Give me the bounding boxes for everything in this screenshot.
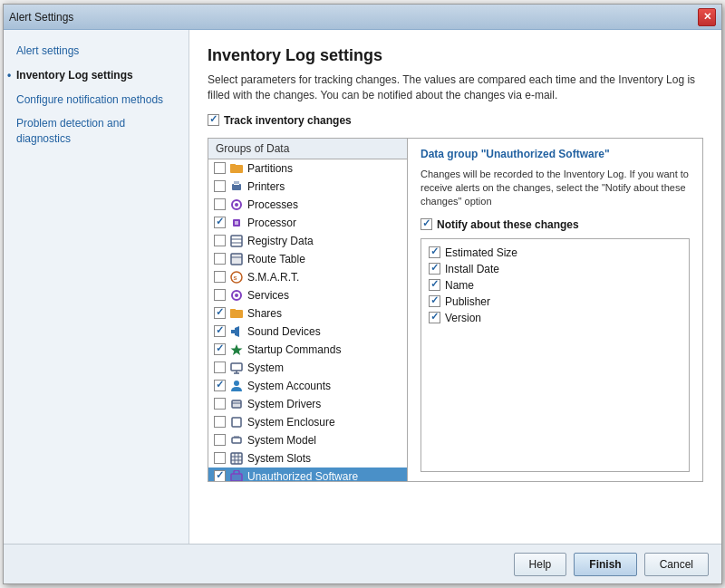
field-label: Install Date bbox=[445, 263, 499, 275]
list-item-checkbox[interactable] bbox=[214, 307, 226, 319]
list-item[interactable]: SS.M.A.R.T. bbox=[208, 268, 407, 286]
content-area: Alert settingsInventory Log settingsConf… bbox=[4, 30, 721, 544]
field-row: Version bbox=[429, 310, 682, 326]
gear-icon bbox=[229, 288, 244, 303]
list-item[interactable]: Printers bbox=[208, 178, 407, 196]
list-item[interactable]: System Model bbox=[208, 431, 407, 449]
help-button[interactable]: Help bbox=[514, 553, 567, 576]
field-checkbox[interactable] bbox=[429, 246, 440, 258]
list-item-checkbox[interactable] bbox=[214, 235, 226, 246]
groups-list[interactable]: PartitionsPrintersProcessesProcessorRegi… bbox=[208, 159, 407, 481]
svg-point-6 bbox=[235, 203, 238, 207]
list-item-checkbox[interactable] bbox=[214, 416, 226, 428]
list-item-label: Processes bbox=[247, 198, 298, 211]
track-inventory-checkbox[interactable] bbox=[208, 114, 219, 126]
list-item-label: System Model bbox=[247, 434, 316, 447]
svg-rect-1 bbox=[230, 164, 236, 166]
list-item-checkbox[interactable] bbox=[214, 380, 226, 391]
close-button[interactable]: ✕ bbox=[698, 8, 716, 26]
list-item-checkbox[interactable] bbox=[214, 434, 226, 446]
list-item-label: S.M.A.R.T. bbox=[247, 271, 299, 284]
field-checkbox[interactable] bbox=[429, 263, 440, 275]
svg-rect-12 bbox=[231, 254, 242, 265]
main-window: Alert Settings ✕ Alert settingsInventory… bbox=[3, 4, 722, 584]
list-item[interactable]: Startup Commands bbox=[208, 341, 407, 359]
list-item[interactable]: Services bbox=[208, 286, 407, 304]
svg-rect-33 bbox=[234, 436, 239, 438]
svg-point-27 bbox=[234, 381, 239, 386]
list-item-label: Services bbox=[247, 289, 289, 302]
list-item-checkbox[interactable] bbox=[214, 162, 226, 174]
list-item-checkbox[interactable] bbox=[214, 289, 226, 301]
title-bar: Alert Settings ✕ bbox=[4, 5, 721, 30]
svg-rect-0 bbox=[230, 165, 243, 173]
right-panel-description: Changes will be recorded to the Inventor… bbox=[420, 168, 690, 209]
field-row: Estimated Size bbox=[429, 245, 682, 261]
list-item-label: Route Table bbox=[247, 253, 305, 265]
list-item-checkbox[interactable] bbox=[214, 325, 226, 337]
list-item-checkbox[interactable] bbox=[214, 470, 226, 481]
list-item[interactable]: Sound Devices bbox=[208, 323, 407, 341]
notify-row: Notify about these changes bbox=[420, 218, 690, 231]
list-item-checkbox[interactable] bbox=[214, 198, 226, 210]
svg-rect-9 bbox=[231, 236, 242, 246]
table-icon bbox=[229, 252, 244, 266]
field-row: Name bbox=[429, 277, 682, 294]
left-panel-header: Groups of Data bbox=[208, 139, 407, 159]
slots-icon bbox=[229, 451, 244, 466]
list-item-label: Startup Commands bbox=[247, 343, 341, 356]
sidebar-item-alert-settings[interactable]: Alert settings bbox=[4, 39, 188, 63]
right-panel-title: Data group "Unauthorized Software" bbox=[420, 148, 690, 160]
list-item[interactable]: Processes bbox=[208, 196, 407, 214]
field-row: Publisher bbox=[429, 294, 682, 310]
list-item-checkbox[interactable] bbox=[214, 217, 226, 228]
svg-rect-24 bbox=[231, 363, 242, 371]
fields-box: Estimated SizeInstall DateNamePublisherV… bbox=[420, 238, 690, 472]
list-item[interactable]: Registry Data bbox=[208, 232, 407, 250]
list-item-checkbox[interactable] bbox=[214, 180, 226, 192]
list-item[interactable]: System Slots bbox=[208, 449, 407, 468]
sidebar-item-configure-notification[interactable]: Configure notification methods bbox=[4, 88, 188, 112]
list-item[interactable]: Shares bbox=[208, 304, 407, 323]
list-item[interactable]: System bbox=[208, 359, 407, 377]
notify-checkbox[interactable] bbox=[420, 218, 432, 230]
list-item-checkbox[interactable] bbox=[214, 343, 226, 355]
field-checkbox[interactable] bbox=[429, 295, 440, 307]
sidebar-item-problem-detection[interactable]: Problem detection and diagnostics bbox=[4, 111, 188, 151]
list-item[interactable]: Partitions bbox=[208, 159, 407, 178]
list-item-label: Registry Data bbox=[247, 235, 314, 247]
list-item-label: Printers bbox=[247, 180, 285, 193]
svg-rect-19 bbox=[230, 310, 243, 318]
svg-rect-34 bbox=[231, 453, 242, 464]
svg-rect-32 bbox=[232, 438, 241, 443]
list-item-checkbox[interactable] bbox=[214, 361, 226, 373]
list-item[interactable]: Processor bbox=[208, 214, 407, 232]
smart-icon: S bbox=[229, 270, 244, 284]
sidebar-item-inventory-log-settings[interactable]: Inventory Log settings bbox=[4, 63, 188, 88]
list-item-label: Unauthorized Software bbox=[247, 470, 358, 481]
driver-icon bbox=[229, 397, 244, 411]
list-item-checkbox[interactable] bbox=[214, 452, 226, 464]
list-item[interactable]: Unauthorized Software bbox=[208, 468, 407, 481]
left-panel: Groups of Data PartitionsPrintersProcess… bbox=[208, 139, 408, 481]
field-checkbox[interactable] bbox=[429, 312, 440, 323]
list-item[interactable]: System Drivers bbox=[208, 395, 407, 413]
list-item-checkbox[interactable] bbox=[214, 253, 226, 265]
field-label: Estimated Size bbox=[445, 246, 517, 259]
cancel-button[interactable]: Cancel bbox=[644, 553, 709, 576]
svg-rect-2 bbox=[232, 184, 241, 190]
list-item-checkbox[interactable] bbox=[214, 271, 226, 283]
list-item-checkbox[interactable] bbox=[214, 398, 226, 410]
svg-rect-40 bbox=[231, 474, 242, 481]
list-item[interactable]: System Accounts bbox=[208, 377, 407, 395]
svg-point-18 bbox=[235, 294, 238, 297]
svg-rect-28 bbox=[232, 400, 241, 408]
svg-rect-8 bbox=[235, 221, 238, 225]
list-item[interactable]: System Enclosure bbox=[208, 413, 407, 431]
list-item-label: System Accounts bbox=[247, 380, 331, 392]
finish-button[interactable]: Finish bbox=[574, 553, 636, 576]
list-item[interactable]: Route Table bbox=[208, 250, 407, 268]
gear-icon bbox=[229, 198, 244, 212]
unauth-icon bbox=[229, 469, 244, 481]
field-checkbox[interactable] bbox=[429, 279, 440, 291]
